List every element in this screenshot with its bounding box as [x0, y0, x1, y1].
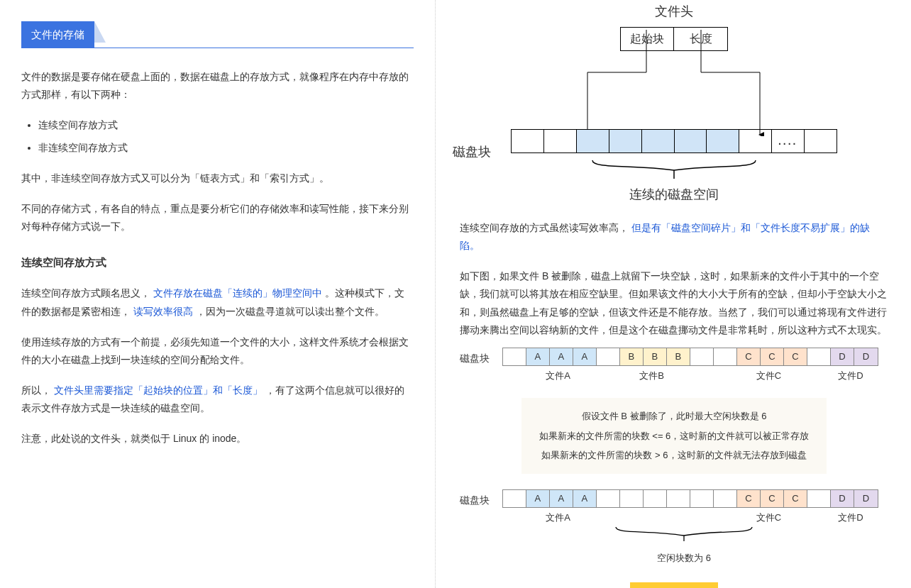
disk-cell — [503, 348, 526, 365]
disk-cell — [706, 129, 739, 153]
disk-cell-ellipsis: .... — [771, 129, 804, 153]
disk-cell: A — [550, 348, 573, 365]
disk-cell: C — [784, 348, 807, 365]
disk-cell: C — [737, 348, 761, 365]
disk-cell — [714, 348, 737, 365]
disk-cell: C — [761, 348, 784, 365]
table-label: 磁盘块 — [460, 348, 499, 367]
file-legend-label — [804, 367, 827, 384]
table-label: 磁盘块 — [460, 489, 499, 509]
para: 所以， 文件头里需要指定「起始块的位置」和「长度」 ，有了这两个信息就可以很好的… — [21, 382, 414, 417]
disk-cell: B — [667, 348, 690, 365]
disk-cell — [511, 129, 543, 153]
disk-cell: D — [831, 490, 854, 507]
file-legend-label — [499, 509, 523, 526]
scenario-box: 假设文件 B 被删除了，此时最大空闲块数是 6 如果新来的文件所需的块数 <= … — [521, 398, 827, 473]
file-legend-label: 文件C — [734, 367, 804, 384]
file-legend-label: 文件D — [827, 509, 874, 526]
file-legend-label: 文件D — [827, 367, 874, 384]
diagram-title: 文件头 — [511, 0, 837, 23]
para: 使用连续存放的方式有一个前提，必须先知道一个文件的大小，这样文件系统才会根据文件… — [21, 333, 414, 369]
brace-icon — [613, 526, 755, 543]
disk-cell: A — [526, 348, 550, 365]
disk-cell: A — [526, 490, 550, 507]
list-item: 非连续空间存放方式 — [38, 139, 414, 157]
text: ，因为一次磁盘寻道就可以读出整个文件。 — [196, 306, 385, 317]
disk-cell: B — [644, 348, 667, 365]
list-item: 连续空间存放方式 — [38, 116, 414, 134]
highlight-text: 文件存放在磁盘「连续的」物理空间中 — [153, 287, 322, 299]
file-legend-label: 文件B — [617, 367, 687, 384]
scenario-line: 假设文件 B 被删除了，此时最大空闲块数是 6 — [521, 408, 827, 424]
disk-cell: D — [854, 490, 878, 507]
disk-table-before: 磁盘块 AAABBBCCCDD — [460, 348, 888, 367]
disk-cell — [804, 129, 837, 153]
file-legend-label: 文件A — [523, 367, 593, 384]
para: 其中，非连续空间存放方式又可以分为「链表方式」和「索引方式」。 — [21, 170, 414, 187]
disk-cell: A — [573, 490, 597, 507]
disk-cell — [609, 129, 641, 153]
disk-cell — [597, 348, 620, 365]
disk-cell — [714, 490, 737, 507]
file-labels-row: 文件A文件B文件C文件D — [499, 367, 874, 384]
para: 注意，此处说的文件头，就类似于 Linux 的 inode。 — [21, 430, 414, 448]
free-brace: 空闲块数为 6 — [480, 526, 888, 567]
disk-cell — [576, 129, 609, 153]
disk-cell — [807, 348, 831, 365]
disk-cell: D — [831, 348, 854, 365]
disk-cell — [543, 129, 576, 153]
disk-cell: A — [573, 348, 597, 365]
disk-cell — [620, 490, 644, 507]
file-legend-label — [687, 367, 734, 384]
file-legend-label — [499, 367, 523, 384]
brace-icon — [589, 159, 759, 180]
para-intro: 文件的数据是要存储在硬盘上面的，数据在磁盘上的存放方式，就像程序在内存中存放的方… — [21, 68, 414, 104]
file-legend-label — [593, 509, 734, 526]
highlight-text: 读写效率很高 — [133, 306, 193, 317]
disk-cell — [644, 490, 667, 507]
storage-list: 连续空间存放方式 非连续空间存放方式 — [38, 116, 414, 156]
text: 所以， — [21, 384, 51, 396]
section-underline — [21, 48, 414, 48]
disk-cell: D — [854, 348, 878, 365]
disk-cell: C — [737, 490, 761, 507]
para: 连续空间存放的方式虽然读写效率高， 但是有「磁盘空间碎片」和「文件长度不易扩展」… — [460, 219, 888, 255]
scenario-line: 如果新来的文件所需的块数 > 6，这时新的文件就无法存放到磁盘 — [521, 447, 827, 463]
highlight-text: 文件头里需要指定「起始块的位置」和「长度」 — [54, 384, 263, 396]
disk-cell: C — [761, 490, 784, 507]
scenario-line: 如果新来的文件所需的块数 <= 6，这时新的文件就可以被正常存放 — [521, 428, 827, 444]
defect-badge: 磁盘碎片的缺陷 — [630, 582, 718, 588]
file-labels-row: 文件A文件C文件D — [499, 509, 874, 526]
diagram-file-header: 文件头 起始块 长度 磁盘块 — [511, 0, 837, 206]
disk-cell: A — [550, 490, 573, 507]
disk-cell — [597, 490, 620, 507]
para: 连续空间存放方式顾名思义， 文件存放在磁盘「连续的」物理空间中 。这种模式下，文… — [21, 284, 414, 320]
disk-cell: B — [620, 348, 644, 365]
diagram-caption: 连续的磁盘空间 — [511, 183, 837, 206]
disk-cell — [667, 490, 690, 507]
disk-table-after: 磁盘块 AAACCCDD — [460, 489, 888, 509]
disk-cell: C — [784, 490, 807, 507]
disk-cell — [739, 129, 771, 153]
right-column: 文件头 起始块 长度 磁盘块 — [436, 0, 910, 588]
disk-cell — [690, 348, 714, 365]
disk-cell — [503, 490, 526, 507]
disk-cell — [807, 490, 831, 507]
section-heading: 文件的存储 — [21, 21, 94, 48]
free-count-label: 空闲块数为 6 — [480, 550, 888, 566]
left-column: 文件的存储 文件的数据是要存储在硬盘上面的，数据在磁盘上的存放方式，就像程序在内… — [0, 0, 436, 588]
text: 连续空间存放的方式虽然读写效率高， — [460, 222, 629, 233]
disk-row: .... — [511, 129, 837, 153]
sub-heading: 连续空间存放方式 — [21, 253, 414, 272]
disk-cell — [641, 129, 674, 153]
file-legend-label — [593, 367, 617, 384]
header-cell-length: 长度 — [674, 27, 728, 51]
disk-cell — [674, 129, 707, 153]
file-legend-label: 文件C — [734, 509, 804, 526]
disk-cell — [690, 490, 714, 507]
file-legend-label: 文件A — [523, 509, 593, 526]
header-cell-start: 起始块 — [620, 27, 674, 51]
disk-label: 磁盘块 — [453, 140, 491, 163]
para: 如下图，如果文件 B 被删除，磁盘上就留下一块空缺，这时，如果新来的文件小于其中… — [460, 267, 888, 339]
file-legend-label — [804, 509, 827, 526]
